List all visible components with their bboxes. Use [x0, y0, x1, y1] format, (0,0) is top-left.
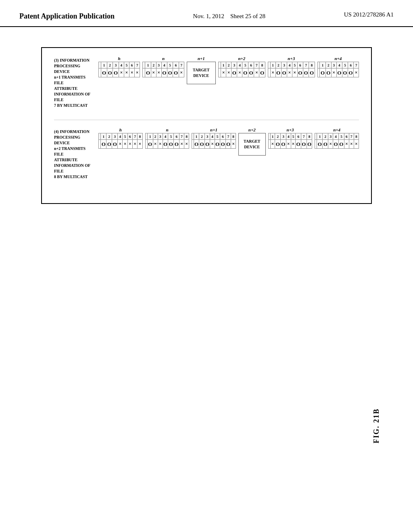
grid-value-cell: ×	[254, 69, 259, 77]
grid-num-cell: 4	[336, 62, 342, 69]
grid-num-cell: 5	[215, 133, 220, 140]
grid-num-cell: 4	[119, 62, 124, 69]
grid-value-cell: O	[101, 140, 106, 149]
grid-value-cell: O	[204, 140, 210, 149]
grid-value-cell: O	[163, 140, 168, 149]
grid-table: 12345678×OO××OOO	[268, 133, 313, 149]
grid-value-cell: ×	[344, 140, 349, 149]
diagram-section-top: (3) INFORMATIONPROCESSING DEVICEn+1 TRAN…	[54, 56, 359, 108]
grid-value-cell: ×	[129, 69, 135, 77]
grid-block: n+212345678××O×OO×O	[218, 56, 265, 84]
grid-value-cell: ×	[287, 69, 292, 77]
grid-value-cell: O	[232, 69, 237, 77]
grid-value-cell: ×	[133, 140, 138, 149]
grid-num-cell: 3	[281, 133, 286, 140]
grid-value-cell: O	[281, 140, 286, 149]
grid-num-cell: 3	[328, 133, 333, 140]
grid-num-cell: 2	[325, 62, 331, 69]
grid-num-cell: 3	[158, 133, 163, 140]
grid-value-cell: O	[113, 69, 119, 77]
grid-table: 1234567OO×OOO×	[317, 62, 359, 77]
grid-value-cell: O	[333, 140, 339, 149]
grid-num-cell: 5	[338, 133, 344, 140]
grid-num-cell: 6	[220, 133, 225, 140]
grid-table: 12345678××O×OO×O	[218, 62, 265, 77]
grid-num-cell: 8	[259, 62, 265, 69]
grid-value-cell: O	[215, 140, 220, 149]
top-section-label: (3) INFORMATIONPROCESSING DEVICEn+1 TRAN…	[54, 56, 98, 108]
grid-table: 12345678OOO×OOO×	[192, 133, 236, 149]
grid-value-cell: ×	[349, 140, 354, 149]
grid-num-cell: 6	[127, 133, 132, 140]
grid-num-cell: 7	[349, 133, 354, 140]
grid-value-cell: ×	[270, 69, 275, 77]
grid-num-cell: 1	[101, 62, 107, 69]
grid-table: TARGETDEVICE	[238, 133, 266, 156]
grid-num-cell: 1	[147, 133, 153, 140]
grid-value-cell: ×	[158, 140, 163, 149]
grid-value-cell: O	[303, 69, 309, 77]
grid-label: n+3	[287, 127, 294, 132]
grid-num-cell: 2	[275, 133, 281, 140]
grid-value-cell: O	[296, 140, 301, 149]
grid-value-cell: O	[220, 140, 225, 149]
page-header: Patent Application Publication Nov. 1, 2…	[0, 0, 413, 27]
grid-num-cell: 7	[354, 62, 359, 69]
grid-value-cell: O	[275, 140, 281, 149]
grid-value-cell: ×	[291, 140, 296, 149]
grid-num-cell: 2	[323, 133, 328, 140]
bottom-section-label: (4) INFORMATIONPROCESSING DEVICEn+2 TRAN…	[54, 127, 98, 180]
diagram-outer-box: (3) INFORMATIONPROCESSING DEVICEn+1 TRAN…	[41, 47, 372, 204]
grid-num-cell: 3	[281, 62, 287, 69]
grid-num-cell: 7	[303, 62, 309, 69]
grid-num-cell: 5	[291, 133, 296, 140]
grid-num-cell: 1	[320, 62, 325, 69]
grid-num-cell: 4	[163, 133, 168, 140]
grid-num-cell: 8	[184, 133, 189, 140]
main-content: (3) INFORMATIONPROCESSING DEVICEn+1 TRAN…	[0, 27, 413, 216]
grid-value-cell: O	[248, 69, 254, 77]
grid-num-cell: 8	[307, 133, 312, 140]
grid-block: n+412345678OO×OO×××	[315, 127, 359, 156]
grid-block: n+312345678×OO××OOO	[268, 56, 315, 84]
sheet-info: Sheet 25 of 28	[230, 13, 265, 19]
grid-value-cell: O	[147, 140, 153, 149]
grid-num-cell: 1	[270, 133, 275, 140]
grid-value-cell: O	[225, 140, 231, 149]
grid-num-cell: 7	[179, 62, 184, 69]
grid-num-cell: 1	[101, 133, 106, 140]
grid-num-cell: 4	[118, 133, 123, 140]
grid-num-cell: 4	[333, 133, 339, 140]
grid-num-cell: 1	[221, 62, 226, 69]
grid-num-cell: 8	[231, 133, 236, 140]
grid-value-cell: O	[309, 69, 315, 77]
grid-value-cell: ×	[123, 140, 127, 149]
grid-num-cell: 7	[301, 133, 307, 140]
grid-num-cell: 6	[174, 133, 179, 140]
grid-num-cell: 6	[344, 133, 349, 140]
grid-num-cell: 4	[161, 62, 167, 69]
grid-label: h	[118, 56, 121, 61]
grid-num-cell: 8	[354, 133, 359, 140]
grid-num-cell: 6	[129, 62, 135, 69]
grid-num-cell: 7	[133, 133, 138, 140]
grid-value-cell: O	[173, 69, 179, 77]
grid-num-cell: 5	[342, 62, 348, 69]
grid-value-cell: ×	[221, 69, 226, 77]
grid-value-cell: ×	[119, 69, 124, 77]
grid-num-cell: 1	[317, 133, 323, 140]
grid-value-cell: ×	[331, 69, 336, 77]
grid-label: n+4	[333, 127, 340, 132]
grid-num-cell: 6	[297, 62, 303, 69]
grid-value-cell: ×	[354, 69, 359, 77]
grid-value-cell: O	[145, 69, 151, 77]
grid-value-cell: O	[199, 140, 204, 149]
grid-block: h12345678OOO×××××	[98, 127, 143, 156]
top-grids-container: h1234567OOO××××n1234567O××OOO×n+1TARGETD…	[98, 56, 359, 84]
grid-block: n+2TARGETDEVICE	[238, 127, 266, 156]
grid-value-cell: O	[106, 140, 112, 149]
grid-num-cell: 1	[270, 62, 275, 69]
target-device-cell: TARGETDEVICE	[187, 62, 215, 84]
header-center: Nov. 1, 2012 Sheet 25 of 28	[193, 11, 265, 21]
grid-value-cell: ×	[153, 140, 158, 149]
